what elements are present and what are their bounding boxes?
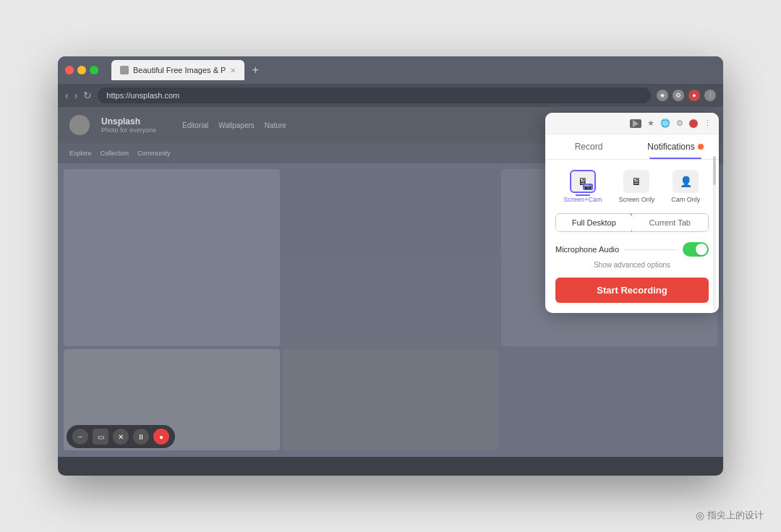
brand-name: Unsplash [101,116,156,126]
nav-item-3[interactable]: Nature [265,121,286,129]
popup-scrollbar-thumb [713,156,716,185]
sub-nav-explore[interactable]: Explore [69,150,92,157]
watermark: ◎ 指尖上的设计 [696,509,764,522]
full-desktop-button[interactable]: Full Desktop [555,213,633,232]
microphone-label: Microphone Audio [555,245,619,254]
recording-toolbar: − ▭ ✕ ⏸ ● [67,425,175,448]
photo-cell-4[interactable] [283,259,499,346]
forward-button[interactable]: › [74,90,78,101]
screen-only-label: Screen Only [619,196,655,203]
notification-badge [698,144,704,150]
cam-only-mode[interactable]: 👤 Cam Only [671,170,700,203]
gear-icon[interactable]: ⚙ [676,119,683,128]
page-nav: Editorial Wallpapers Nature [182,121,286,129]
browser-frame: Beautiful Free Images & P ✕ + ‹ › ↻ http… [58,56,723,476]
microphone-toggle[interactable] [683,242,709,257]
nav-item-2[interactable]: Wallpapers [218,121,255,129]
extension-popup: ★ 🌐 ⚙ ⋮ Record Notifications [545,113,719,313]
brand-tagline: Photo for everyone [101,126,156,134]
popup-body: 🖥 📷 Screen+Cam 🖥 Screen Only 👤 [545,160,719,313]
record-tab-label: Record [575,142,603,152]
address-bar: ‹ › ↻ https://unsplash.com ★ ⚙ ● ⋮ [58,84,723,107]
tab-title: Beautiful Free Images & P [133,66,226,74]
record-button[interactable]: ● [153,429,169,445]
sub-nav-community[interactable]: Community [137,150,171,157]
site-brand: Unsplash Photo for everyone [101,116,156,134]
menu-icon[interactable]: ⋮ [704,90,716,101]
refresh-button[interactable]: ↻ [83,90,92,101]
url-text: https://unsplash.com [106,91,179,100]
screen-only-icon: 🖥 [623,170,649,193]
popup-scrollbar[interactable] [713,156,716,310]
star-icon[interactable]: ★ [647,119,654,128]
screen-button[interactable]: ▭ [93,429,108,445]
popup-header-bar: ★ 🌐 ⚙ ⋮ [545,113,719,134]
cam-only-label: Cam Only [671,196,700,203]
wechat-icon: ◎ [696,510,704,521]
photo-cell-1[interactable] [64,169,280,346]
brand-icon [689,119,698,128]
toggle-knob [696,244,707,255]
screen-cam-mode[interactable]: 🖥 📷 Screen+Cam [564,170,602,203]
site-logo [69,115,90,135]
minimize-button[interactable]: − [72,429,88,445]
popup-tabs: Record Notifications [545,134,719,160]
notifications-tab-label: Notifications [647,142,694,152]
tab-notifications[interactable]: Notifications [632,134,719,159]
photo-cell-6[interactable] [283,349,499,450]
tab-record[interactable]: Record [545,134,632,159]
tab-close-button[interactable]: ✕ [230,66,236,74]
page-content: Unsplash Photo for everyone Editorial Wa… [58,107,723,457]
globe-icon[interactable]: 🌐 [660,119,670,128]
stop-button[interactable]: ✕ [113,429,129,445]
bookmark-star-icon[interactable]: ★ [657,90,668,101]
tab-favicon [120,66,129,74]
current-tab-button[interactable]: Current Tab [632,214,709,231]
record-modes: 🖥 📷 Screen+Cam 🖥 Screen Only 👤 [555,170,709,203]
active-tab[interactable]: Beautiful Free Images & P ✕ [111,60,244,80]
pause-button[interactable]: ⏸ [133,429,149,445]
cam-only-icon: 👤 [673,170,699,193]
screen-cam-icon: 🖥 📷 [570,170,596,193]
view-toggle: Full Desktop Current Tab [555,213,709,232]
browser-chrome: Beautiful Free Images & P ✕ + [58,56,723,84]
sub-nav-collection[interactable]: Collection [101,150,129,157]
nav-item-1[interactable]: Editorial [182,121,208,129]
advanced-options-link[interactable]: Show advanced options [555,261,709,269]
screen-cam-label: Screen+Cam [564,196,602,203]
traffic-lights [65,66,98,74]
watermark-text: 指尖上的设计 [707,509,764,522]
browser-action-icons: ★ ⚙ ● ⋮ [657,90,716,101]
more-options-icon[interactable]: ⋮ [704,119,712,128]
tab-bar: Beautiful Free Images & P ✕ + [111,60,263,80]
back-button[interactable]: ‹ [65,90,69,101]
new-tab-button[interactable]: + [247,64,263,77]
screen-only-mode[interactable]: 🖥 Screen Only [619,170,655,203]
mic-divider [625,249,677,250]
close-window-button[interactable] [65,66,74,74]
start-recording-button[interactable]: Start Recording [555,278,709,303]
extension-icon[interactable]: ● [688,90,700,101]
microphone-row: Microphone Audio [555,242,709,257]
maximize-window-button[interactable] [90,66,98,74]
url-input[interactable]: https://unsplash.com [98,87,651,103]
photo-cell-2[interactable] [283,169,499,256]
settings-icon[interactable]: ⚙ [673,90,684,101]
minimize-window-button[interactable] [77,66,86,74]
video-icon [630,119,641,128]
